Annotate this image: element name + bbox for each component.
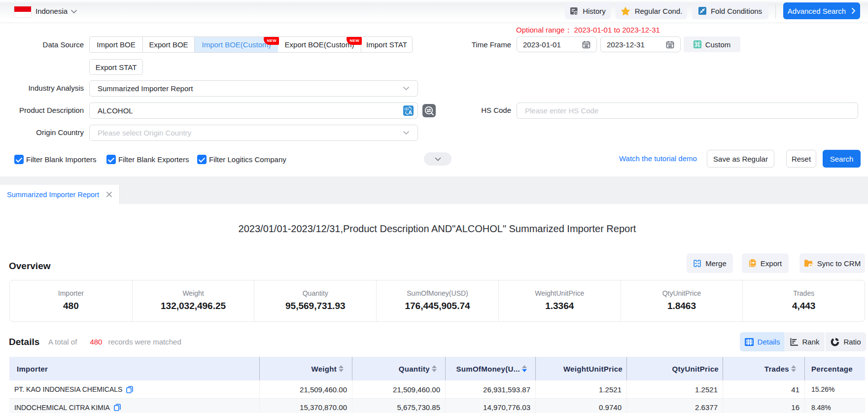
svg-text:A: A — [408, 109, 412, 115]
